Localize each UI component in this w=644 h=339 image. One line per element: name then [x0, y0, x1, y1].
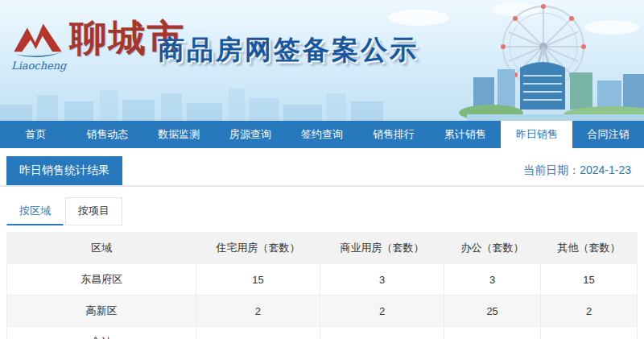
value-cell: 2 [196, 296, 320, 327]
value-cell: 3 [444, 264, 541, 296]
nav-item-contract-cancel[interactable]: 合同注销 [572, 121, 644, 148]
stats-table-body: 东昌府区153315高新区22252合计1752817 [7, 264, 638, 339]
value-cell: 5 [320, 327, 444, 339]
current-date-label: 当前日期：2024-1-23 [523, 163, 631, 185]
header-banner: Liaocheng 聊城市 商品房网签备案公示 [0, 0, 644, 121]
main-content: 昨日销售统计结果 当前日期：2024-1-23 按区域按项目 区域住宅用房（套数… [0, 148, 644, 339]
nav-item-cumulative-sales[interactable]: 累计销售 [429, 121, 501, 148]
value-cell: 2 [541, 296, 638, 327]
value-cell: 17 [196, 327, 320, 339]
column-header: 其他（套数） [541, 233, 638, 264]
tab-by-project[interactable]: 按项目 [65, 197, 122, 225]
table-row: 合计1752817 [7, 327, 638, 339]
region-cell: 东昌府区 [7, 264, 196, 296]
page-title: 昨日销售统计结果 [6, 156, 122, 185]
nav-item-yesterday-sales[interactable]: 昨日销售 [501, 121, 572, 148]
site-title: 商品房网签备案公示 [158, 32, 419, 68]
main-nav: 首页销售动态数据监测房源查询签约查询销售排行累计销售昨日销售合同注销 [0, 121, 644, 148]
table-row: 高新区22252 [7, 296, 638, 327]
value-cell: 15 [541, 264, 638, 296]
value-cell: 25 [444, 296, 541, 327]
tab-by-region[interactable]: 按区域 [6, 197, 64, 225]
view-tabs: 按区域按项目 [6, 197, 644, 225]
section-header: 昨日销售统计结果 当前日期：2024-1-23 [0, 148, 644, 187]
nav-item-listing-query[interactable]: 房源查询 [215, 121, 287, 148]
region-cell: 高新区 [7, 296, 196, 327]
column-header: 商业用房（套数） [320, 233, 444, 264]
nav-item-signing-query[interactable]: 签约查询 [287, 121, 358, 148]
value-cell: 28 [444, 327, 541, 339]
table-row: 东昌府区153315 [7, 264, 638, 296]
nav-item-sales-ranking[interactable]: 销售排行 [357, 121, 429, 148]
nav-item-home[interactable]: 首页 [0, 121, 72, 148]
column-header: 办公（套数） [444, 233, 541, 264]
stats-table-head-row: 区域住宅用房（套数）商业用房（套数）办公（套数）其他（套数） [7, 233, 638, 264]
mountain-logo-icon [11, 18, 64, 64]
nav-item-data-monitoring[interactable]: 数据监测 [143, 121, 215, 148]
column-header: 区域 [7, 233, 196, 264]
value-cell: 2 [320, 296, 444, 327]
value-cell: 15 [196, 264, 320, 296]
column-header: 住宅用房（套数） [196, 233, 320, 264]
stats-table: 区域住宅用房（套数）商业用房（套数）办公（套数）其他（套数） 东昌府区15331… [6, 232, 638, 339]
value-cell: 17 [541, 327, 638, 339]
value-cell: 3 [320, 264, 444, 296]
region-cell: 合计 [7, 327, 196, 339]
nav-item-sales-dynamics[interactable]: 销售动态 [72, 121, 143, 148]
logo-script-text: Liaocheng [11, 60, 66, 72]
